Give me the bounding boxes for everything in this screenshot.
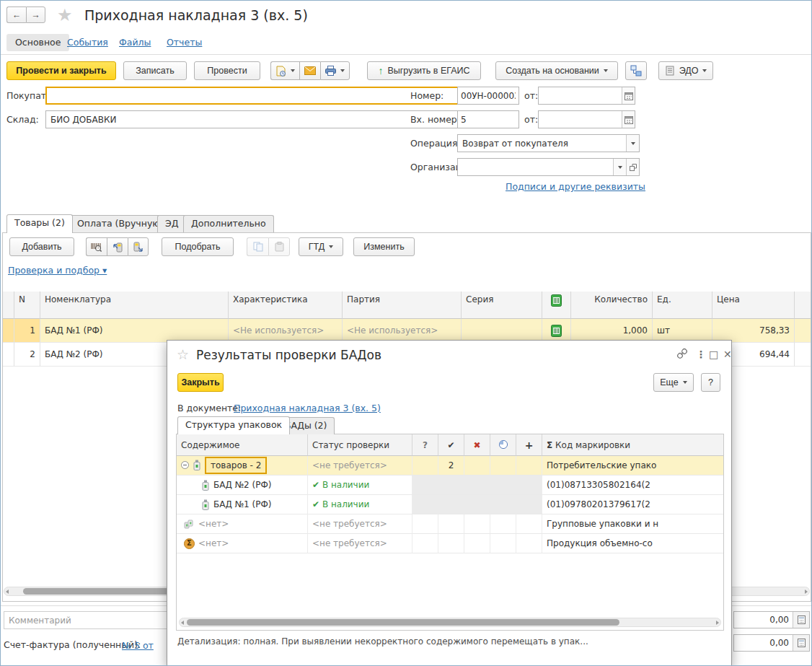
- organization-input[interactable]: [458, 159, 613, 175]
- create-based-on-button[interactable]: Создать на основании: [495, 61, 618, 80]
- tab-events[interactable]: События: [61, 34, 114, 51]
- edo-menu-button[interactable]: ЭДО: [658, 61, 713, 80]
- scroll-right-arrow-icon[interactable]: [716, 621, 719, 625]
- edit-row-button[interactable]: Изменить: [353, 237, 415, 256]
- status-cell[interactable]: ✔ В наличии: [308, 495, 412, 514]
- organization-open-button[interactable]: [626, 159, 639, 175]
- tree-row[interactable]: БАД №2 (РФ) ✔ В наличии (01)087133058021…: [177, 476, 723, 495]
- cross-cell[interactable]: [464, 476, 490, 495]
- incoming-number-field[interactable]: [457, 110, 519, 128]
- tab-payment[interactable]: Оплата (Вручную): [69, 215, 172, 232]
- tab-ed[interactable]: ЭД: [157, 215, 187, 232]
- terminal-load-button[interactable]: [128, 237, 149, 256]
- collapse-node-icon[interactable]: [181, 461, 189, 469]
- clock-cell[interactable]: [490, 476, 516, 495]
- status-cell[interactable]: <не требуется>: [308, 534, 412, 553]
- clock-cell[interactable]: [490, 495, 516, 514]
- check-count-cell[interactable]: [438, 476, 464, 495]
- terminal-unload-button[interactable]: [107, 237, 128, 256]
- favorite-star-icon[interactable]: ★: [57, 5, 73, 25]
- status-cell[interactable]: <не требуется>: [308, 456, 412, 476]
- dialog-help-button[interactable]: ?: [701, 373, 720, 392]
- dialog-close-button[interactable]: Закрыть: [177, 373, 224, 392]
- total-field-1[interactable]: 0,00: [733, 611, 810, 628]
- plus-cell[interactable]: [516, 456, 542, 476]
- invoice-link[interactable]: № 5 от: [122, 640, 154, 651]
- cross-cell[interactable]: [464, 495, 490, 514]
- check-count-cell[interactable]: [438, 495, 464, 514]
- tab-files[interactable]: Файлы: [113, 34, 156, 51]
- tab-reports[interactable]: Отчеты: [161, 34, 208, 51]
- check-count-cell[interactable]: 2: [438, 456, 464, 476]
- incoming-date-field[interactable]: [538, 110, 635, 128]
- dialog-more-button[interactable]: Еще: [653, 373, 694, 392]
- copy-link-icon[interactable]: [676, 348, 688, 362]
- tab-main[interactable]: Основное: [6, 34, 69, 51]
- back-button[interactable]: ←: [6, 6, 26, 23]
- plus-cell[interactable]: [516, 534, 542, 553]
- marking-code-cell[interactable]: (01)09780201379617(2: [542, 495, 723, 514]
- calculator-button[interactable]: [793, 612, 809, 628]
- clock-cell[interactable]: [490, 456, 516, 476]
- post-and-close-button[interactable]: Провести и закрыть: [6, 61, 116, 80]
- clock-cell[interactable]: [490, 534, 516, 553]
- question-cell[interactable]: [412, 534, 438, 553]
- marking-code-cell[interactable]: Потребительские упако: [542, 456, 723, 476]
- tree-row[interactable]: Σ <нет> <не требуется> Продукция объемно…: [177, 534, 723, 553]
- dialog-table-hscrollbar[interactable]: [179, 618, 721, 627]
- cross-cell[interactable]: [464, 456, 490, 476]
- send-mail-button[interactable]: [299, 61, 320, 80]
- incoming-date-input[interactable]: [539, 111, 622, 128]
- marking-code-cell[interactable]: Групповые упаковки и н: [542, 514, 723, 534]
- barcode-scan-button[interactable]: [86, 237, 107, 256]
- date-calendar-button[interactable]: [622, 87, 635, 104]
- save-button[interactable]: Записать: [123, 61, 187, 80]
- upload-egais-button[interactable]: ↑ Выгрузить в ЕГАИС: [367, 61, 481, 80]
- plus-cell[interactable]: [516, 495, 542, 514]
- maximize-icon[interactable]: □: [709, 349, 718, 360]
- clock-cell[interactable]: [490, 514, 516, 534]
- tree-content-cell[interactable]: БАД №1 (РФ): [177, 495, 308, 514]
- forward-button[interactable]: →: [26, 6, 45, 23]
- operation-input[interactable]: [458, 135, 626, 152]
- question-cell[interactable]: [412, 514, 438, 534]
- question-cell[interactable]: [412, 476, 438, 495]
- organization-field[interactable]: [457, 158, 640, 176]
- total-field-2[interactable]: 0,00: [733, 634, 810, 652]
- operation-dropdown-button[interactable]: [626, 135, 639, 152]
- add-row-button[interactable]: Добавить: [9, 237, 74, 256]
- dialog-close-x-icon[interactable]: ✕: [723, 349, 732, 360]
- focused-cell[interactable]: товаров - 2: [205, 457, 267, 474]
- scroll-left-arrow-icon[interactable]: [6, 590, 9, 594]
- pick-items-button[interactable]: Подобрать: [162, 237, 234, 256]
- tree-content-cell[interactable]: Σ <нет>: [177, 534, 308, 553]
- row-select-cell[interactable]: [3, 343, 14, 367]
- question-cell[interactable]: [412, 456, 438, 476]
- incoming-date-calendar-button[interactable]: [622, 111, 635, 128]
- plus-cell[interactable]: [516, 514, 542, 534]
- check-count-cell[interactable]: [438, 534, 464, 553]
- marking-code-cell[interactable]: Продукция объемно-со: [542, 534, 723, 553]
- cross-cell[interactable]: [464, 534, 490, 553]
- tab-goods[interactable]: Товары (2): [6, 214, 73, 233]
- number-input[interactable]: [458, 87, 518, 104]
- marking-code-cell[interactable]: (01)08713305802164(2: [542, 476, 723, 495]
- signatures-link[interactable]: Подписи и другие реквизиты: [506, 181, 645, 192]
- check-and-pick-link[interactable]: Проверка и подбор ▾: [8, 265, 107, 276]
- tab-additional[interactable]: Дополнительно: [183, 215, 274, 232]
- dialog-star-icon[interactable]: ☆: [177, 346, 189, 362]
- status-cell[interactable]: ✔ В наличии: [308, 476, 412, 495]
- print-menu-button[interactable]: [320, 61, 350, 80]
- row-n-cell[interactable]: 2: [14, 343, 40, 367]
- calculator-button[interactable]: [793, 635, 809, 651]
- number-field[interactable]: [457, 87, 519, 105]
- tree-row[interactable]: товаров - 2 <не требуется> 2 Потребитель…: [177, 456, 723, 476]
- scroll-left-arrow-icon[interactable]: [181, 621, 184, 625]
- tree-content-cell[interactable]: товаров - 2: [177, 456, 308, 476]
- gtd-menu-button[interactable]: ГТД: [299, 237, 343, 256]
- scrollbar-thumb[interactable]: [187, 619, 619, 626]
- row-n-cell[interactable]: 1: [14, 319, 40, 343]
- date-field[interactable]: [538, 87, 635, 105]
- post-doc-menu-button[interactable]: [270, 61, 299, 80]
- plus-cell[interactable]: [516, 476, 542, 495]
